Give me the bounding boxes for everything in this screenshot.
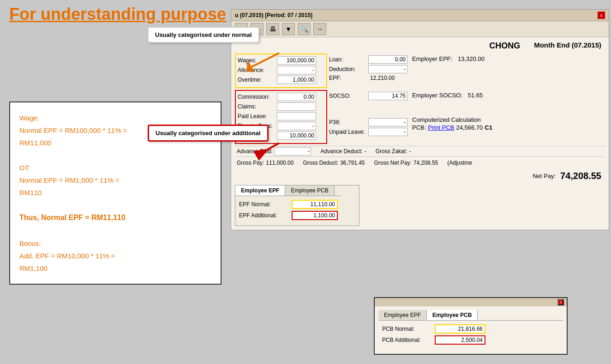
claims-row: Claims: [238, 102, 324, 111]
p38-label: P38: [329, 119, 368, 125]
overtime-row: Overtime: [238, 76, 324, 84]
callout-normal-text: Usually categorised under normal [155, 31, 252, 38]
bonus-calc1: Add. EPF = RM10,000 * 11% = [19, 250, 211, 262]
pcb-tab-employee-pcb[interactable]: Employee PCB [427, 310, 478, 320]
commission-input[interactable] [277, 93, 316, 101]
payroll-titlebar: u (07.2015) [Period: 07 / 2015] x [231, 10, 609, 21]
employer-socso-label: Employer SOCSO: [412, 92, 462, 99]
pcb-normal-row: PCB Normal: [382, 324, 559, 334]
pcb-window: x Employee EPF Employee PCB PCB Normal: … [374, 297, 568, 355]
deduction-label: Deduction: [329, 66, 368, 72]
paid-leave-label: Paid Leave: [238, 113, 277, 119]
epf-tab-header: Employee EPF Employee PCB [235, 185, 341, 196]
gross-net-pay-value: 74,208.55 [413, 160, 438, 166]
loan-input[interactable] [368, 55, 407, 64]
summary-row: Gross Pay: 111,000.00 Gross Deduct: 36,7… [235, 156, 605, 169]
unpaid-leave-label: Unpaid Leave: [329, 129, 368, 135]
p38-row: P38: [329, 118, 408, 126]
employer-epf-label: Employer EPF: [412, 55, 452, 62]
socso-input[interactable] [368, 92, 407, 100]
pcb-additional-row: PCB Additional: [382, 335, 559, 345]
employer-col: Employer EPF: 13,320.00 [410, 54, 503, 88]
toolbar: ← ↻ 🖶 ▼ 🔍 → [231, 21, 609, 37]
bonus-title: Bonus: [19, 237, 211, 250]
ot-title: OT: [19, 161, 211, 174]
deduction-input[interactable] [368, 65, 407, 73]
advance-deduct-label: Advance Deduct: [320, 148, 362, 155]
arrow-normal-container [247, 48, 284, 73]
advance-row: Advance Paid: Advance Deduct: - Gross Za… [235, 146, 605, 156]
claims-input[interactable] [277, 102, 316, 111]
close-button[interactable]: x [598, 12, 605, 19]
overtime-input[interactable] [277, 76, 316, 84]
epf-normal-label: EPF Normal: [239, 201, 290, 208]
pcb-content: Employee EPF Employee PCB PCB Normal: PC… [375, 306, 567, 354]
pcb-additional-label: PCB Additional: [382, 337, 433, 343]
total-epf: Thus, Normal EPF = RM11,110 [19, 211, 211, 225]
overtime-label: Overtime: [238, 77, 277, 83]
epf-value: 12,210.00 [370, 75, 395, 81]
gross-net-pay-label: Gross Net Pay: [374, 160, 412, 166]
svg-line-3 [256, 143, 279, 156]
socso-label: SOCSO: [329, 93, 368, 99]
net-pay-value: 74,208.55 [560, 171, 601, 181]
page-title: For understanding purpose [9, 5, 258, 24]
pcb-normal-label: PCB Normal: [382, 326, 433, 332]
director-fees-input[interactable] [277, 122, 316, 130]
gross-zakat-label: Gross Zakat: [376, 148, 407, 155]
search-button[interactable]: 🔍 [298, 23, 311, 35]
dropdown-button[interactable]: ▼ [282, 23, 295, 35]
employer-epf-value: 13,320.00 [458, 55, 485, 62]
wage-title: Wage: [19, 112, 211, 124]
tab-employee-pcb[interactable]: Employee PCB [285, 185, 334, 196]
unpaid-leave-row: Unpaid Leave: [329, 128, 408, 136]
ot-calc1: Normal EPF = RM1,000 * 11% = [19, 174, 211, 186]
loan-label: Loan: [329, 56, 368, 63]
additional-right-col: Employer SOCSO: 51.65 Computerized Calcu… [410, 90, 530, 144]
pcb-tab-employee-epf[interactable]: Employee EPF [378, 310, 427, 320]
net-pay-label: Net Pay: [533, 173, 556, 179]
print-button[interactable]: 🖶 [266, 23, 279, 35]
epf-normal-input[interactable] [292, 200, 338, 209]
pcb-label: PCB: [412, 124, 426, 131]
computerized-label: Computerized Calculation [412, 116, 528, 123]
p38-input[interactable] [368, 118, 407, 126]
pcb-value: 24,566.70 [456, 124, 483, 131]
commission-row: Commission: [238, 93, 324, 101]
arrow-normal-svg [247, 48, 284, 72]
header-banner: For understanding purpose [0, 0, 268, 29]
employer-socso-value: 51.65 [468, 92, 483, 99]
pcb-close-button[interactable]: x [557, 299, 564, 305]
unpaid-leave-input[interactable] [368, 128, 407, 136]
pcb-row: PCB: Print PCB 24,566.70 C1 [412, 124, 528, 131]
epf-additional-label: EPF Additional: [239, 212, 290, 219]
gross-zakat-value: - [409, 148, 411, 155]
pcb-tab-header: Employee EPF Employee PCB [378, 310, 563, 321]
epf-additional-input[interactable] [292, 211, 338, 220]
gross-deduct-value: 36,791.45 [340, 160, 365, 166]
commission-label: Commission: [238, 94, 277, 100]
payroll-window: u (07.2015) [Period: 07 / 2015] x ← ↻ 🖶 … [231, 9, 609, 230]
epf-row: EPF: 12,210.00 [329, 75, 408, 81]
tab-employee-epf[interactable]: Employee EPF [235, 185, 285, 196]
pcb-additional-input[interactable] [435, 335, 485, 345]
paid-leave-input[interactable] [277, 112, 316, 120]
forward-button[interactable]: → [313, 23, 326, 35]
bonus-calc2: RM1,100 [19, 262, 211, 274]
epf-normal-row: EPF Normal: [239, 200, 338, 209]
payroll-content: CHONG Month End (07.2015) Wages: Allowan… [231, 37, 609, 230]
svg-line-1 [252, 53, 279, 67]
print-pcb-link[interactable]: Print PCB [428, 124, 454, 131]
adjustment-label: (Adjustme [447, 160, 472, 166]
claims-label: Claims: [238, 103, 277, 110]
loan-row: Loan: [329, 55, 408, 64]
gross-deduct-label: Gross Deduct: [303, 160, 338, 166]
paid-leave-row: Paid Leave: [238, 112, 324, 120]
deduction-row: Deduction: [329, 65, 408, 73]
socso-row: SOCSO: [329, 92, 408, 100]
epf-label: EPF: [329, 75, 368, 81]
c1-label: C1 [485, 124, 492, 131]
epf-tab-content: EPF Normal: EPF Additional: [235, 196, 341, 226]
employer-epf-row: Employer EPF: 13,320.00 [412, 55, 501, 62]
pcb-normal-input[interactable] [435, 324, 485, 334]
